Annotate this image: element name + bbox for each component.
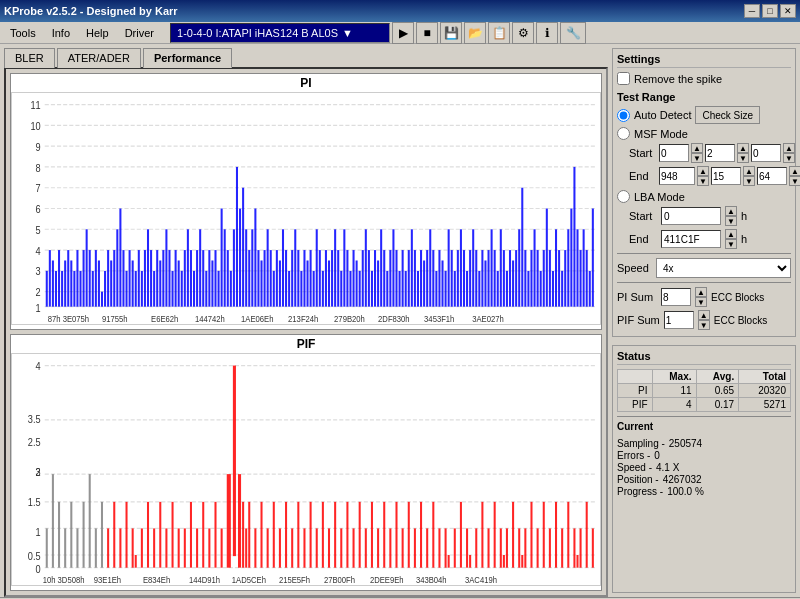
lba-start-up[interactable]: ▲ [725,206,737,216]
msf-start-0[interactable] [659,144,689,162]
svg-rect-238 [101,502,103,568]
pi-sum-label: PI Sum [617,291,657,303]
col-avg: Avg. [696,370,739,384]
pi-chart-container: PI 11 10 9 8 7 6 5 4 3 [10,73,602,330]
svg-text:144D91h: 144D91h [189,575,221,585]
svg-rect-288 [395,502,397,568]
msf-e1-up[interactable]: ▲ [743,166,755,176]
msf-s1-down[interactable]: ▼ [737,153,749,163]
lba-end-down[interactable]: ▼ [725,239,737,249]
svg-rect-188 [552,271,554,307]
menu-help[interactable]: Help [78,25,117,41]
lba-end-input[interactable] [661,230,721,248]
msf-e2-up[interactable]: ▲ [789,166,800,176]
pi-sum-input[interactable] [661,288,691,306]
msf-end-2[interactable] [757,167,787,185]
svg-rect-86 [239,209,241,307]
msf-end-1[interactable] [711,167,741,185]
drive-selector[interactable]: 1-0-4-0 I:ATAPI iHAS124 B AL0S ▼ [170,23,390,43]
col-max: Max. [652,370,696,384]
check-size-button[interactable]: Check Size [695,106,760,124]
svg-text:279B20h: 279B20h [334,314,365,324]
menu-driver[interactable]: Driver [117,25,162,41]
svg-rect-289 [402,528,404,567]
lba-start-input[interactable] [661,207,721,225]
tab-ater-ader[interactable]: ATER/ADER [57,48,141,68]
pi-sum-up[interactable]: ▲ [695,287,707,297]
menu-info[interactable]: Info [44,25,78,41]
svg-rect-26 [55,271,57,307]
msf-s0-down[interactable]: ▼ [691,153,703,163]
pif-sum-up[interactable]: ▲ [698,310,710,320]
msf-start-1[interactable] [705,144,735,162]
msf-e2-down[interactable]: ▼ [789,176,800,186]
svg-rect-63 [168,250,170,307]
info-btn2[interactable]: ℹ [536,22,558,44]
lba-mode-radio[interactable] [617,190,630,203]
svg-rect-190 [558,250,560,307]
settings-btn2[interactable]: ⚙ [512,22,534,44]
maximize-button[interactable]: □ [762,4,778,18]
msf-s1-up[interactable]: ▲ [737,143,749,153]
svg-rect-78 [214,250,216,307]
copy-button[interactable]: 📋 [488,22,510,44]
msf-e1-down[interactable]: ▼ [743,176,755,186]
minimize-button[interactable]: ─ [744,4,760,18]
svg-text:1: 1 [36,303,41,315]
save-button[interactable]: 💾 [440,22,462,44]
svg-rect-291 [414,528,416,567]
close-button[interactable]: ✕ [780,4,796,18]
pif-sum-down[interactable]: ▼ [698,320,710,330]
msf-mode-radio[interactable] [617,127,630,140]
msf-s2-up[interactable]: ▲ [783,143,795,153]
svg-rect-296 [445,528,447,567]
speed-select[interactable]: 4x 2x 8x [656,258,791,278]
msf-e0-up[interactable]: ▲ [697,166,709,176]
test-range-label: Test Range [617,91,791,103]
stop-button[interactable]: ■ [416,22,438,44]
svg-rect-253 [190,502,192,568]
lba-end-up[interactable]: ▲ [725,229,737,239]
window-controls: ─ □ ✕ [744,4,796,18]
svg-rect-323 [586,502,588,568]
pi-sum-down[interactable]: ▼ [695,297,707,307]
svg-rect-137 [395,250,397,307]
svg-text:E6E62h: E6E62h [151,314,179,324]
svg-rect-82 [227,250,229,307]
svg-rect-28 [61,271,63,307]
play-button[interactable]: ▶ [392,22,414,44]
msf-start-2[interactable] [751,144,781,162]
remove-spike-checkbox[interactable] [617,72,630,85]
msf-s2-down[interactable]: ▼ [783,153,795,163]
svg-rect-132 [380,229,382,306]
lba-start-down[interactable]: ▼ [725,216,737,226]
curr-speed-label: Speed - [617,462,652,473]
open-button[interactable]: 📂 [464,22,486,44]
table-row: PIF 4 0.17 5271 [618,398,791,412]
tab-bler[interactable]: BLER [4,48,55,68]
menu-tools[interactable]: Tools [2,25,44,41]
auto-detect-radio[interactable] [617,109,630,122]
svg-rect-305 [494,502,496,568]
position-label: Position - [617,474,659,485]
remove-spike-row: Remove the spike [617,72,791,85]
svg-rect-67 [181,271,183,307]
svg-rect-263 [245,528,247,567]
msf-e0-down[interactable]: ▼ [697,176,709,186]
position-value: 4267032 [663,474,702,485]
tab-performance[interactable]: Performance [143,48,232,68]
svg-text:4: 4 [36,361,42,373]
pif-sum-input[interactable] [664,311,694,329]
svg-rect-117 [334,229,336,306]
logo-btn: 🔧 [560,22,586,44]
svg-rect-143 [414,250,416,307]
svg-text:6: 6 [36,204,42,216]
svg-text:1AE06Eh: 1AE06Eh [241,314,274,324]
msf-s0-up[interactable]: ▲ [691,143,703,153]
svg-rect-25 [52,260,54,306]
svg-rect-33 [76,250,78,307]
svg-rect-192 [564,250,566,307]
svg-rect-49 [126,271,128,307]
svg-rect-191 [561,271,563,307]
msf-end-0[interactable] [659,167,695,185]
